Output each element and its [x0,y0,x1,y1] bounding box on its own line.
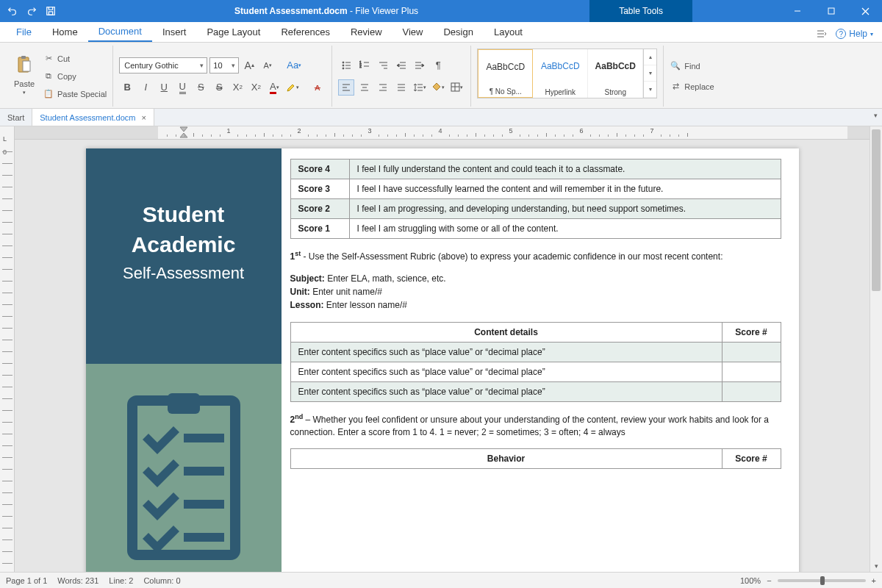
paste-special-icon: 📋 [43,89,54,98]
svg-point-14 [343,65,344,66]
svg-rect-50 [168,393,200,414]
contextual-tab-label: Table Tools [589,0,692,22]
double-strikethrough-button[interactable]: S [211,79,227,96]
indent-marker-icon[interactable] [179,126,188,138]
document-canvas[interactable]: StudentAcademic Self-Assessment [15,140,870,572]
tab-document[interactable]: Document [88,21,152,42]
font-name-combo[interactable]: Century Gothic [119,57,207,74]
status-words: Words: 231 [57,576,98,585]
highlight-button[interactable]: ▾ [284,79,301,96]
numbering-button[interactable]: 12 [356,57,373,74]
superscript-button[interactable]: X2 [229,79,245,96]
group-styles: AaBbCcD¶ No Sp... AaBbCcDHyperlink AaBbC… [471,46,664,107]
cut-button[interactable]: ✂Cut [43,51,107,67]
align-center-button[interactable] [356,79,373,96]
italic-button[interactable]: I [137,79,154,96]
editor-area: L 0 /* ticks drawn below by small script… [0,126,882,572]
tab-insert[interactable]: Insert [152,21,197,42]
svg-rect-54 [184,533,224,542]
horizontal-ruler: /* ticks drawn below by small script */ … [15,126,870,140]
justify-button[interactable] [393,79,409,96]
style-gallery: AaBbCcD¶ No Sp... AaBbCcDHyperlink AaBbC… [477,49,657,98]
vertical-scrollbar[interactable]: ▴ ▾ [870,126,882,572]
tab-design[interactable]: Design [433,21,483,42]
paste-button[interactable]: Paste▾ [10,46,38,104]
style-gallery-scroll[interactable]: ▴▾▾ [643,49,656,98]
close-tab-icon[interactable]: × [141,113,146,122]
style-strong[interactable]: AaBbCcDStrong [588,49,643,98]
decrease-indent-button[interactable] [393,57,409,74]
line-spacing-button[interactable]: ▾ [412,79,428,96]
svg-rect-51 [184,434,224,442]
doctabs-dropdown-icon[interactable]: ▾ [874,112,878,119]
align-left-button[interactable] [338,79,354,96]
close-button[interactable] [848,0,882,22]
underline-button[interactable]: U [156,79,172,96]
tab-view[interactable]: View [392,21,434,42]
borders-button[interactable]: ▾ [448,79,465,96]
redo-icon[interactable] [24,3,40,19]
tab-review[interactable]: Review [340,21,392,42]
tab-references[interactable]: References [270,21,340,42]
copy-button[interactable]: ⧉Copy [43,68,107,85]
undo-icon[interactable] [4,3,21,19]
clear-formatting-button[interactable]: ᴀ̶ [309,79,326,96]
zoom-out-button[interactable]: − [767,576,771,585]
minimize-button[interactable] [781,0,814,22]
svg-rect-11 [23,61,30,71]
group-font: Century Gothic 10 A▴ A▾ Aa▾ B I U U S S … [113,46,332,107]
status-column: Column: 0 [143,576,180,585]
tab-file[interactable]: File [6,21,42,42]
clipboard-graphic [86,364,282,572]
rubric-table: Score 4I feel I fully understand the con… [290,159,781,239]
font-color-button[interactable]: A▾ [266,79,282,96]
svg-text:2: 2 [359,64,362,68]
svg-rect-3 [828,8,834,14]
bullets-button[interactable] [338,57,354,74]
svg-point-16 [343,68,344,69]
title-text: Student Assessment.docm - File Viewer Pl… [63,6,589,16]
doctab-file[interactable]: Student Assessment.docm× [32,109,154,126]
paste-special-button[interactable]: 📋Paste Special [43,86,107,102]
ribbon: Paste▾ ✂Cut ⧉Copy 📋Paste Special Century… [0,43,882,109]
grow-font-button[interactable]: A▴ [241,57,257,74]
svg-rect-10 [21,56,26,59]
svg-rect-0 [47,7,55,15]
change-case-button[interactable]: Aa▾ [286,57,302,74]
show-marks-button[interactable]: ¶ [430,57,446,74]
zoom-in-button[interactable]: + [872,576,876,585]
scroll-thumb[interactable] [872,129,881,291]
ribbon-options-icon[interactable] [814,26,830,42]
double-underline-button[interactable]: U [174,79,190,96]
doc-name: Student Assessment.docm [234,6,348,16]
maximize-button[interactable] [814,0,848,22]
doc-left-panel: StudentAcademic Self-Assessment [86,148,282,572]
tab-page-layout[interactable]: Page Layout [196,21,270,42]
status-line: Line: 2 [109,576,133,585]
replace-icon: ⇄ [670,82,681,91]
page: StudentAcademic Self-Assessment [86,148,799,572]
shrink-font-button[interactable]: A▾ [259,57,276,74]
save-icon[interactable] [43,3,59,19]
find-button[interactable]: 🔍Find [670,58,714,74]
group-editing: 🔍Find ⇄Replace [664,46,720,107]
help-button[interactable]: ?Help▾ [836,29,873,39]
multilevel-list-button[interactable] [375,57,391,74]
zoom-slider[interactable] [778,579,866,582]
font-size-combo[interactable]: 10 [209,57,239,74]
subscript-button[interactable]: X2 [248,79,264,96]
style-hyperlink[interactable]: AaBbCcDHyperlink [533,49,588,98]
increase-indent-button[interactable] [412,57,428,74]
doctab-start[interactable]: Start [0,109,32,126]
replace-button[interactable]: ⇄Replace [670,79,714,95]
svg-rect-1 [49,12,52,15]
style-no-spacing[interactable]: AaBbCcD¶ No Sp... [478,49,533,98]
tab-home[interactable]: Home [42,21,88,42]
scroll-down-icon[interactable]: ▾ [870,559,882,572]
bold-button[interactable]: B [119,79,135,96]
svg-rect-53 [184,500,224,509]
shading-button[interactable]: ▾ [430,79,446,96]
align-right-button[interactable] [375,79,391,96]
tab-layout[interactable]: Layout [484,21,533,42]
strikethrough-button[interactable]: S [193,79,209,96]
